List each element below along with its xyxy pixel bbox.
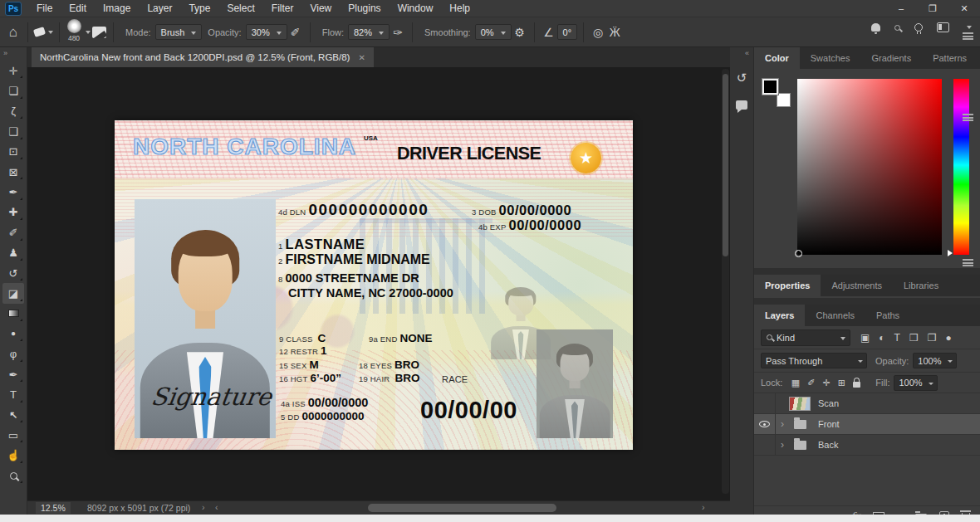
layer-row[interactable]: › Front: [754, 414, 980, 435]
rectangular-marquee-tool[interactable]: ❏: [2, 80, 24, 100]
layer-name[interactable]: Back: [818, 440, 838, 450]
status-chevron-icon[interactable]: ›: [202, 502, 205, 512]
history-panel-icon[interactable]: ↺: [737, 71, 747, 85]
menu-select[interactable]: Select: [218, 1, 262, 16]
layer-thumbnail[interactable]: [794, 420, 806, 429]
menu-layer[interactable]: Layer: [139, 1, 180, 16]
restore-button[interactable]: ❐: [917, 3, 948, 14]
color-panel-menu-icon[interactable]: [963, 32, 973, 40]
zoom-level-input[interactable]: 12.5%: [36, 502, 71, 514]
comments-panel-icon[interactable]: [736, 100, 747, 110]
workspace-icon[interactable]: [937, 22, 949, 32]
crop-tool[interactable]: ⊡: [2, 142, 24, 162]
blend-mode-select[interactable]: Pass Through: [761, 353, 867, 368]
tab-properties[interactable]: Properties: [754, 275, 821, 296]
vertical-scrollbar[interactable]: [722, 69, 729, 494]
menu-file[interactable]: File: [28, 1, 61, 16]
horizontal-scrollbar-thumb[interactable]: [368, 504, 556, 512]
disclosure-arrow[interactable]: ›: [776, 439, 789, 451]
document-tab[interactable]: NorthCarolina New front and Back 1200DPI…: [32, 47, 374, 67]
tab-adjustments[interactable]: Adjustments: [821, 275, 893, 296]
brush-angle-input[interactable]: 0°: [557, 24, 578, 40]
smoothing-select[interactable]: 0%: [475, 24, 512, 40]
clone-stamp-tool[interactable]: ♟: [2, 243, 24, 263]
filter-kind-select[interactable]: Kind: [761, 329, 850, 346]
move-tool[interactable]: ✛: [2, 61, 24, 80]
hue-slider-pointer[interactable]: [948, 250, 953, 256]
layer-name[interactable]: Front: [818, 419, 840, 429]
menu-edit[interactable]: Edit: [61, 1, 95, 16]
history-brush-tool[interactable]: ↺: [2, 263, 24, 283]
frame-tool[interactable]: ⊠: [2, 162, 24, 182]
filter-type-layers-icon[interactable]: T: [894, 333, 900, 343]
vertical-scrollbar-thumb[interactable]: [723, 74, 728, 256]
blur-tool[interactable]: ●: [2, 324, 24, 344]
hand-tool[interactable]: ☝: [2, 445, 24, 465]
visibility-toggle[interactable]: [754, 414, 776, 434]
lasso-tool[interactable]: ζ: [2, 101, 24, 121]
tab-swatches[interactable]: Swatches: [800, 47, 861, 69]
layer-name[interactable]: Scan: [818, 398, 839, 408]
layer-thumbnail[interactable]: [789, 397, 811, 411]
filter-adjustment-layers-icon[interactable]: ◐: [879, 333, 884, 343]
saturation-brightness-picker[interactable]: [797, 79, 942, 255]
menu-filter[interactable]: Filter: [263, 1, 302, 16]
visibility-toggle[interactable]: [754, 393, 776, 413]
visibility-toggle[interactable]: [754, 435, 776, 455]
spot-healing-brush-tool[interactable]: ✚: [2, 202, 24, 222]
eyedropper-tool[interactable]: ✒: [2, 182, 24, 202]
filter-shape-layers-icon[interactable]: ❒: [909, 333, 919, 343]
mode-select[interactable]: Brush: [155, 24, 203, 40]
tab-layers[interactable]: Layers: [754, 305, 805, 326]
current-tool-preview[interactable]: [34, 22, 53, 42]
foreground-color-swatch[interactable]: [762, 79, 778, 95]
lock-all-icon[interactable]: [853, 382, 860, 388]
brush-settings-panel-button[interactable]: [91, 22, 107, 42]
brush-tool[interactable]: ✐: [2, 222, 24, 242]
search-icon[interactable]: [894, 25, 900, 31]
lock-artboard-icon[interactable]: ⊞: [838, 378, 845, 388]
opacity-select[interactable]: 30%: [246, 24, 287, 40]
color-picker-cursor[interactable]: [795, 250, 802, 257]
layer-row[interactable]: › Back: [754, 435, 980, 456]
tab-libraries[interactable]: Libraries: [893, 275, 949, 296]
tab-color[interactable]: Color: [754, 47, 800, 69]
layer-thumbnail[interactable]: [794, 441, 806, 450]
menu-view[interactable]: View: [301, 1, 340, 16]
dock-collapse-icon[interactable]: «: [741, 47, 753, 59]
lock-position-icon[interactable]: ✛: [822, 378, 830, 388]
status-chevron-left-icon[interactable]: ‹: [215, 502, 218, 512]
object-selection-tool[interactable]: ❑: [2, 121, 24, 141]
menu-help[interactable]: Help: [441, 1, 478, 16]
pen-tool[interactable]: ✒: [2, 364, 24, 384]
layer-row[interactable]: Scan: [754, 393, 980, 414]
tab-patterns[interactable]: Patterns: [922, 47, 978, 69]
canvas[interactable]: NORTH CAROLINA USA DRIVER LICENSE ★ 4d D…: [27, 67, 730, 500]
brush-preset-picker[interactable]: 480: [66, 19, 82, 46]
pressure-size-icon[interactable]: ◎: [590, 22, 606, 42]
fill-select[interactable]: 100%: [894, 375, 937, 391]
tab-close-icon[interactable]: ✕: [358, 53, 365, 62]
menu-image[interactable]: Image: [95, 1, 139, 16]
eraser-tool[interactable]: ◪: [2, 283, 24, 303]
dodge-tool[interactable]: φ: [2, 344, 24, 363]
menu-type[interactable]: Type: [180, 1, 218, 16]
filter-smart-objects-icon[interactable]: ❐: [928, 333, 937, 343]
filter-pixel-layers-icon[interactable]: ▣: [860, 333, 870, 343]
zoom-tool[interactable]: [2, 466, 24, 485]
filter-toggle-icon[interactable]: ●: [945, 333, 951, 343]
background-color-swatch[interactable]: [777, 93, 791, 107]
hue-slider[interactable]: [953, 79, 969, 255]
close-button[interactable]: ✕: [948, 3, 980, 14]
scroll-right-icon[interactable]: ›: [702, 502, 705, 512]
lock-transparency-icon[interactable]: ▦: [791, 378, 800, 388]
gradient-tool[interactable]: [2, 304, 24, 324]
tab-paths[interactable]: Paths: [865, 305, 910, 326]
minimize-button[interactable]: –: [885, 3, 917, 13]
disclosure-arrow[interactable]: ›: [776, 418, 789, 430]
layers-panel-menu-icon[interactable]: [963, 114, 973, 121]
menu-window[interactable]: Window: [390, 1, 442, 16]
discover-icon[interactable]: [914, 23, 923, 32]
path-selection-tool[interactable]: ↖: [2, 405, 24, 425]
lock-pixels-icon[interactable]: ✐: [807, 378, 815, 388]
